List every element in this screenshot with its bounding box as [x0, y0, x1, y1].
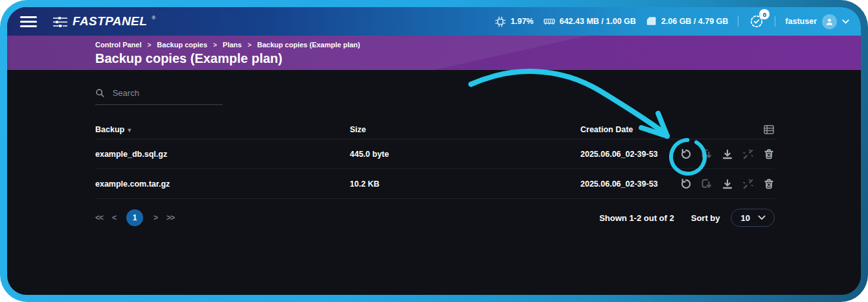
page-size-value: 10: [741, 213, 750, 223]
breadcrumb-separator: >: [213, 41, 217, 49]
download-icon[interactable]: [722, 148, 733, 160]
backups-table: Backup▾ Size Creation Date: [95, 121, 775, 199]
column-header-backup[interactable]: Backup▾: [95, 125, 350, 134]
next-page-button[interactable]: >: [154, 213, 157, 222]
registered-mark: ®: [152, 15, 155, 21]
ram-usage-stat: 642.43 MB / 1.00 GB: [543, 16, 636, 27]
username-label: fastuser: [785, 17, 817, 26]
disk-icon: [646, 16, 657, 27]
fastpanel-logo[interactable]: FASTPANEL ®: [52, 14, 155, 29]
breadcrumb-separator: >: [247, 41, 251, 49]
page-title: Backup copies (Example plan): [95, 51, 861, 66]
unpack-icon[interactable]: [701, 178, 713, 190]
download-icon[interactable]: [722, 178, 733, 190]
avatar: [822, 14, 837, 29]
window-frame: FASTPANEL ® 1.97% 642: [0, 0, 868, 302]
pagination: << < 1 > >> Shown 1-2 out of 2 Sort by 1…: [95, 205, 775, 231]
topbar: FASTPANEL ® 1.97% 642: [7, 7, 861, 36]
content-area: Backup▾ Size Creation Date: [7, 87, 861, 231]
user-icon: [825, 17, 834, 26]
chevron-down-icon: [842, 19, 849, 24]
table-header-row: Backup▾ Size Creation Date: [95, 121, 775, 139]
breadcrumb-plans[interactable]: Plans: [223, 41, 242, 49]
sort-by-label: Sort by: [691, 213, 720, 223]
divider: [775, 16, 775, 27]
last-page-button[interactable]: >>: [166, 213, 174, 222]
unlink-icon[interactable]: [742, 148, 754, 160]
ram-usage-value: 642.43 MB / 1.00 GB: [560, 17, 636, 26]
search-icon: [95, 87, 105, 99]
column-header-size: Size: [350, 125, 580, 134]
notification-count-badge: 0: [759, 9, 770, 19]
page-header: Control Panel > Backup copies > Plans > …: [7, 36, 861, 70]
breadcrumb-control-panel[interactable]: Control Panel: [95, 41, 142, 49]
unpack-icon[interactable]: [701, 148, 713, 160]
delete-icon[interactable]: [763, 178, 775, 190]
current-page-button[interactable]: 1: [126, 209, 143, 226]
search-bar: [95, 87, 223, 105]
unlink-icon[interactable]: [742, 178, 754, 190]
restore-icon[interactable]: [680, 178, 692, 190]
equalizer-icon: [52, 16, 68, 28]
user-menu[interactable]: fastuser: [785, 14, 849, 29]
cpu-usage-value: 1.97%: [510, 17, 533, 26]
restore-icon[interactable]: [680, 148, 692, 160]
prev-page-button[interactable]: <: [112, 213, 116, 222]
creation-date-cell: 2025.06.06_02-39-53: [580, 180, 680, 189]
ram-icon: [543, 16, 555, 27]
first-page-button[interactable]: <<: [95, 213, 103, 222]
search-input[interactable]: [113, 88, 223, 98]
logo-text: FASTPANEL: [73, 14, 147, 29]
cpu-usage-stat: 1.97%: [495, 16, 533, 27]
size-cell: 10.2 KB: [350, 180, 580, 189]
breadcrumb: Control Panel > Backup copies > Plans > …: [95, 41, 861, 49]
table-row: example_db.sql.gz 445.0 byte 2025.06.06_…: [95, 139, 775, 169]
size-cell: 445.0 byte: [350, 150, 580, 159]
table-columns-settings-icon[interactable]: [763, 124, 775, 135]
breadcrumb-backup-copies[interactable]: Backup copies: [157, 41, 207, 49]
creation-date-cell: 2025.06.06_02-39-53: [580, 150, 680, 159]
hamburger-menu-icon[interactable]: [20, 16, 37, 27]
delete-icon[interactable]: [763, 148, 775, 160]
backup-name-cell: example_db.sql.gz: [95, 150, 350, 159]
cpu-icon: [495, 16, 506, 27]
backup-name-cell: example.com.tar.gz: [95, 180, 350, 189]
shown-count-label: Shown 1-2 out of 2: [599, 213, 674, 223]
notifications-button[interactable]: 0: [748, 13, 765, 30]
page-size-select[interactable]: 10: [731, 209, 775, 227]
chevron-down-icon: [758, 215, 766, 220]
divider: [738, 16, 738, 27]
column-header-creation-date: Creation Date: [580, 125, 680, 134]
table-row: example.com.tar.gz 10.2 KB 2025.06.06_02…: [95, 169, 775, 199]
sort-caret-icon: ▾: [128, 126, 131, 134]
breadcrumb-separator: >: [148, 41, 152, 49]
breadcrumb-current: Backup copies (Example plan): [257, 41, 360, 49]
app-window: FASTPANEL ® 1.97% 642: [7, 7, 861, 295]
disk-usage-stat: 2.06 GB / 4.79 GB: [646, 16, 729, 27]
disk-usage-value: 2.06 GB / 4.79 GB: [661, 17, 729, 26]
